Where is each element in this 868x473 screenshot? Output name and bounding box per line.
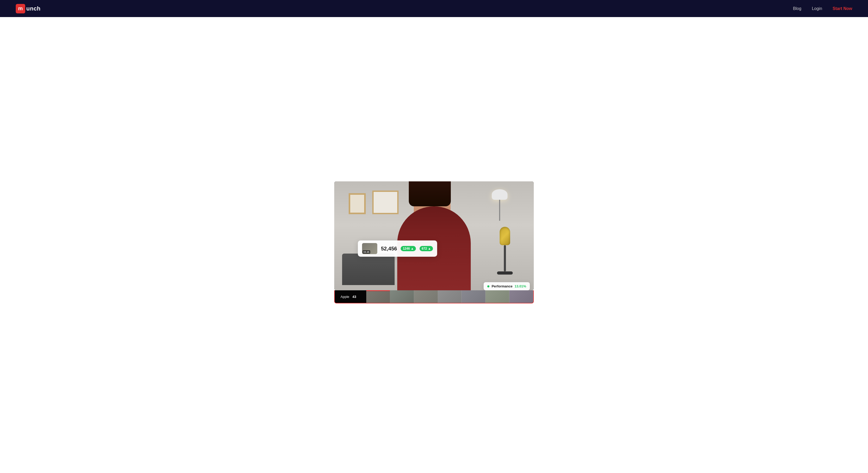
mic-base <box>497 272 513 275</box>
main-content: 03:45 52,456 1246 ▲ 672 ▲ Performance 13… <box>0 17 868 473</box>
timeline-thumb-5[interactable] <box>462 290 486 303</box>
timeline-label: Apple 43 <box>335 290 366 303</box>
performance-indicator-dot <box>487 285 489 287</box>
lamp-shade <box>492 189 507 200</box>
timeline-thumb-4[interactable] <box>438 290 462 303</box>
nav-links: Blog Login Start Now <box>793 6 852 11</box>
timeline-brand: Apple <box>341 295 349 299</box>
stats-badge-1: 1246 ▲ <box>401 246 416 251</box>
timeline-thumb-6[interactable] <box>486 290 509 303</box>
laptop <box>342 254 395 285</box>
timeline-thumb-3[interactable] <box>414 290 438 303</box>
person-hair <box>409 181 451 206</box>
logo-box: m <box>16 4 25 13</box>
navbar: m unch Blog Login Start Now <box>0 0 868 17</box>
stats-thumbnail: 03:45 <box>362 243 377 254</box>
stats-badge-2: 672 ▲ <box>420 246 433 251</box>
lamp-decoration <box>492 189 507 221</box>
performance-value: 13.01% <box>515 284 526 288</box>
timeline-thumbnails <box>366 290 533 303</box>
mic-body <box>500 227 510 245</box>
wall-frame-left <box>349 193 366 214</box>
performance-label: Performance <box>492 284 512 288</box>
video-frame[interactable]: 03:45 52,456 1246 ▲ 672 ▲ Performance 13… <box>334 181 534 290</box>
timeline-highlight-1 <box>366 290 390 291</box>
video-container: 03:45 52,456 1246 ▲ 672 ▲ Performance 13… <box>334 181 534 304</box>
nav-blog-link[interactable]: Blog <box>793 6 801 11</box>
performance-badge: Performance 13.01% <box>484 282 530 290</box>
timeline-strip: Apple 43 <box>334 290 534 304</box>
stats-view-count: 52,456 <box>381 246 397 252</box>
logo-text: unch <box>26 5 41 12</box>
video-background: 03:45 52,456 1246 ▲ 672 ▲ Performance 13… <box>334 181 534 290</box>
stats-thumb-time: 03:45 <box>363 250 370 254</box>
nav-login-link[interactable]: Login <box>812 6 822 11</box>
lamp-pole <box>499 200 500 221</box>
nav-start-link[interactable]: Start Now <box>833 6 852 11</box>
timeline-thumb-2[interactable] <box>390 290 414 303</box>
microphone <box>497 227 513 275</box>
timeline-thumb-7[interactable] <box>509 290 533 303</box>
mic-stand <box>504 245 506 272</box>
stats-overlay: 03:45 52,456 1246 ▲ 672 ▲ <box>358 241 437 257</box>
logo-letter: m <box>18 5 23 11</box>
timeline-thumb-1[interactable] <box>366 290 390 303</box>
logo[interactable]: m unch <box>16 4 41 13</box>
timeline-count: 43 <box>352 295 356 299</box>
